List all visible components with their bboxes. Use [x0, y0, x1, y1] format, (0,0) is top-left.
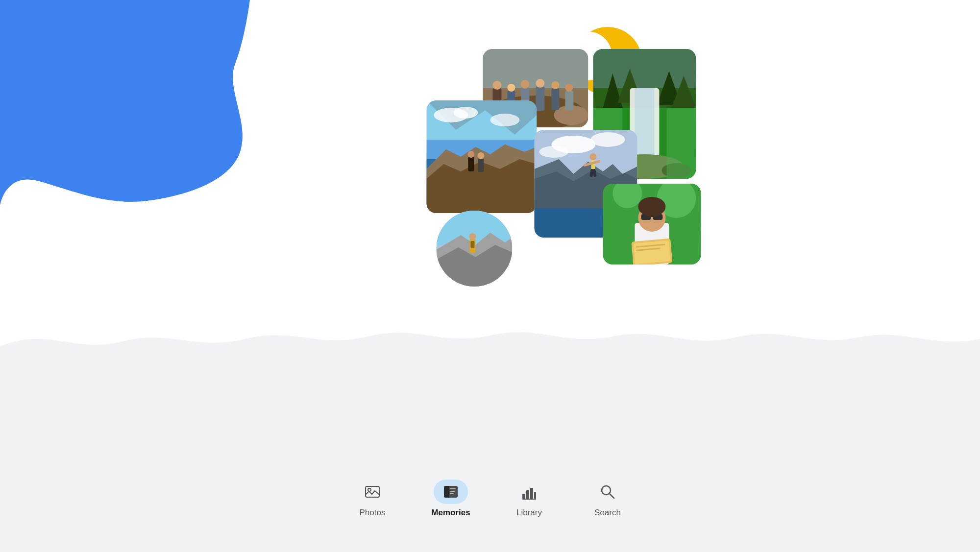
memories-icon — [441, 482, 461, 502]
svg-point-17 — [565, 84, 573, 92]
svg-point-49 — [539, 146, 568, 158]
svg-rect-23 — [468, 157, 474, 171]
svg-point-54 — [589, 153, 596, 160]
svg-rect-80 — [366, 486, 379, 497]
svg-point-9 — [507, 84, 515, 92]
svg-point-24 — [467, 151, 474, 158]
memories-icon-wrap — [434, 480, 468, 504]
svg-point-11 — [520, 80, 529, 89]
nav-item-memories[interactable]: Memories — [431, 480, 470, 518]
svg-rect-90 — [534, 492, 536, 499]
svg-point-81 — [368, 488, 371, 491]
svg-point-29 — [453, 107, 478, 119]
photo-hiker-summit[interactable] — [436, 211, 512, 287]
svg-rect-65 — [470, 241, 474, 248]
wave-decoration — [0, 317, 980, 356]
search-label: Search — [594, 508, 621, 518]
nav-item-search[interactable]: Search — [588, 480, 627, 518]
photo-icon — [365, 484, 380, 500]
library-icon-wrap — [512, 480, 546, 504]
svg-rect-84 — [450, 488, 456, 489]
svg-line-93 — [610, 494, 614, 498]
photo-woman-reading[interactable] — [603, 184, 701, 264]
svg-point-13 — [536, 79, 544, 88]
svg-rect-86 — [450, 493, 454, 494]
photo-collage — [426, 49, 779, 284]
svg-rect-44 — [666, 108, 696, 179]
svg-point-15 — [551, 81, 559, 89]
svg-point-64 — [469, 233, 476, 240]
photos-icon-wrap — [355, 480, 390, 504]
svg-rect-39 — [635, 88, 654, 157]
svg-rect-91 — [522, 499, 536, 500]
blue-blob-decoration — [0, 0, 255, 206]
svg-point-7 — [492, 81, 501, 90]
svg-rect-25 — [478, 158, 484, 172]
library-icon — [521, 484, 537, 500]
photos-label: Photos — [360, 508, 386, 518]
svg-rect-14 — [551, 88, 559, 110]
svg-rect-12 — [536, 86, 544, 111]
svg-rect-88 — [526, 490, 529, 499]
search-icon — [600, 484, 615, 500]
svg-rect-87 — [522, 494, 525, 499]
svg-point-26 — [477, 152, 484, 159]
svg-point-30 — [490, 114, 519, 126]
svg-rect-16 — [565, 91, 573, 110]
photo-lake[interactable] — [426, 100, 537, 213]
bottom-navigation: Photos Memories — [323, 470, 657, 528]
svg-rect-85 — [450, 491, 455, 492]
memories-label: Memories — [431, 508, 470, 518]
search-icon-wrap — [590, 480, 625, 504]
nav-item-library[interactable]: Library — [510, 480, 549, 518]
nav-item-photos[interactable]: Photos — [353, 480, 392, 518]
svg-point-48 — [590, 132, 625, 147]
library-label: Library — [516, 508, 542, 518]
svg-point-75 — [638, 197, 665, 216]
svg-rect-89 — [530, 488, 533, 499]
